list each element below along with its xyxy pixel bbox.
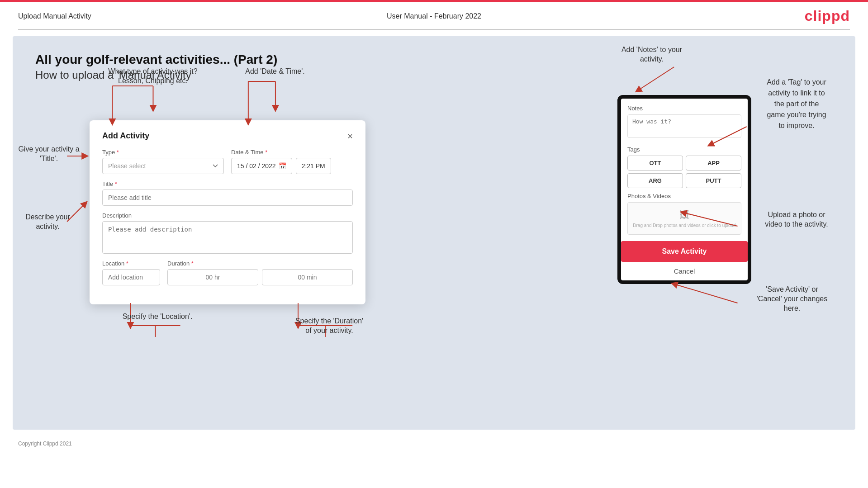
header-divider: [18, 29, 850, 30]
upload-icon: 🖼: [679, 209, 689, 221]
upload-box[interactable]: 🖼 Drag and Drop photos and videos or cli…: [627, 202, 741, 235]
add-activity-dialog: Add Activity × Type * Please select Date…: [90, 120, 365, 304]
manual-title: User Manual - February 2022: [387, 12, 481, 20]
duration-group: Duration *: [167, 260, 353, 285]
notes-input[interactable]: [627, 114, 741, 138]
footer: Copyright Clippd 2021: [0, 436, 868, 451]
tag-putt[interactable]: PUTT: [686, 173, 741, 188]
type-group: Type * Please select: [102, 149, 224, 174]
save-activity-button[interactable]: Save Activity: [621, 241, 748, 262]
title-label: Title *: [102, 180, 353, 187]
tags-grid: OTT APP ARG PUTT: [627, 156, 741, 188]
save-annotation: 'Save Activity' or'Cancel' your changesh…: [733, 285, 851, 313]
phone-content: Notes Tags OTT APP ARG PUTT Photos & Vid…: [621, 99, 748, 235]
copyright-text: Copyright Clippd 2021: [18, 441, 72, 447]
svg-line-7: [67, 204, 85, 222]
main-content: All your golf-relevant activities... (Pa…: [13, 36, 855, 430]
type-select[interactable]: Please select: [102, 158, 224, 174]
tags-section-label: Tags: [627, 146, 741, 153]
date-label: Date & Time *: [231, 149, 353, 156]
duration-hr-input[interactable]: [167, 269, 258, 285]
date-time-group: 15 / 02 / 2022 📅 2:21 PM: [231, 158, 353, 174]
tag-ott[interactable]: OTT: [627, 156, 683, 171]
type-date-row: Type * Please select Date & Time * 15 / …: [102, 149, 353, 174]
description-group: Description: [102, 212, 353, 254]
upload-text: Drag and Drop photos and videos or click…: [633, 223, 735, 228]
tag-annotation: Add a 'Tag' to youractivity to link it t…: [742, 77, 851, 131]
description-textarea[interactable]: [102, 221, 353, 254]
photos-section-label: Photos & Videos: [627, 193, 741, 199]
location-group: Location *: [102, 260, 160, 285]
type-label: Type *: [102, 149, 224, 156]
location-annotation: Specify the 'Location'.: [112, 312, 203, 322]
calendar-icon: 📅: [279, 162, 286, 170]
location-duration-row: Location * Duration *: [102, 260, 353, 285]
title-group: Title *: [102, 180, 353, 206]
photo-annotation: Upload a photo orvideo to the activity.: [742, 210, 851, 229]
location-input[interactable]: [102, 269, 160, 285]
date-group: Date & Time * 15 / 02 / 2022 📅 2:21 PM: [231, 149, 353, 174]
tag-app[interactable]: APP: [686, 156, 741, 171]
tag-arg[interactable]: ARG: [627, 173, 683, 188]
dialog-title: Add Activity: [102, 131, 149, 141]
description-label: Description: [102, 212, 353, 219]
tags-section: Tags OTT APP ARG PUTT: [627, 146, 741, 188]
dialog-header: Add Activity ×: [102, 131, 353, 141]
location-label: Location *: [102, 260, 160, 267]
logo: clippd: [805, 8, 850, 24]
dialog-close-button[interactable]: ×: [347, 132, 353, 141]
notes-section-label: Notes: [627, 105, 741, 112]
header: Upload Manual Activity User Manual - Feb…: [0, 2, 868, 24]
describe-annotation: Describe youractivity.: [13, 213, 83, 232]
date-input[interactable]: 15 / 02 / 2022 📅: [231, 158, 292, 174]
phone-mock: Notes Tags OTT APP ARG PUTT Photos & Vid…: [617, 95, 751, 284]
title-input[interactable]: [102, 190, 353, 206]
page-heading: All your golf-relevant activities... (Pa…: [35, 52, 833, 81]
page-title: Upload Manual Activity: [18, 12, 91, 20]
svg-line-17: [674, 284, 737, 303]
cancel-button[interactable]: Cancel: [621, 262, 748, 280]
duration-annotation: Specify the 'Duration'of your activity.: [275, 317, 384, 336]
title-annotation: Give your activity a'Title'.: [13, 145, 85, 164]
duration-inputs: [167, 269, 353, 285]
duration-label: Duration *: [167, 260, 353, 267]
photos-section: Photos & Videos 🖼 Drag and Drop photos a…: [627, 193, 741, 235]
duration-min-input[interactable]: [262, 269, 353, 285]
time-input[interactable]: 2:21 PM: [296, 158, 331, 174]
